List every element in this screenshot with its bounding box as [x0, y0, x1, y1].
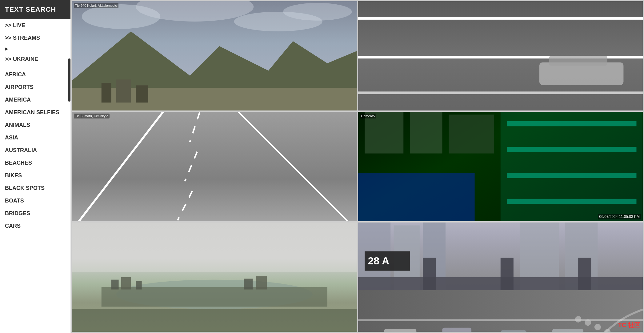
text-search-button[interactable]: TEXT SEARCH [0, 0, 70, 19]
svg-rect-57 [384, 329, 416, 332]
svg-rect-40 [136, 281, 142, 289]
svg-point-63 [594, 324, 601, 330]
camera-feed-1[interactable]: Tie 940 Kolari, Äkäslompolo [72, 1, 357, 110]
camera-grid: Tie 940 Kolari, Äkäslompolo [71, 0, 644, 333]
sidebar-divider [0, 67, 70, 67]
sidebar-item-bridges[interactable]: BRIDGES [0, 207, 70, 220]
city-scene-svg: 28 A [358, 223, 643, 332]
watermark: TC 社区 [618, 321, 640, 329]
cam-label-4: Camera5 [360, 114, 376, 118]
sidebar-item-asia[interactable]: ASIA [0, 131, 70, 144]
svg-rect-59 [500, 330, 526, 332]
svg-rect-60 [552, 329, 583, 332]
svg-rect-58 [442, 327, 471, 332]
svg-rect-42 [256, 276, 267, 289]
sidebar-item-american-selfies[interactable]: AMERICAN SELFIES [0, 106, 70, 119]
sidebar: TEXT SEARCH >> LIVE >> STREAMS ▶ >> UKRA… [0, 0, 71, 333]
svg-rect-14 [539, 62, 623, 85]
camera-feed-4[interactable]: Camera5 [358, 112, 643, 221]
camera-feed-2[interactable] [358, 1, 643, 110]
svg-rect-55 [358, 319, 643, 321]
camera-feed-5[interactable] [72, 223, 357, 332]
cam-label-3: Tie 6 Imatri, Kiminkylä [74, 114, 110, 118]
sidebar-item-streams[interactable]: >> STREAMS [0, 32, 70, 44]
coastal-scene-svg [72, 223, 357, 332]
svg-rect-13 [358, 91, 643, 94]
sidebar-item-cars[interactable]: CARS [0, 220, 70, 232]
svg-rect-35 [72, 223, 357, 272]
svg-text:28 A: 28 A [368, 255, 389, 266]
sidebar-item-airports[interactable]: AIRPORTS [0, 81, 70, 94]
sidebar-item-beaches[interactable]: BEACHES [0, 157, 70, 169]
sidebar-item-boats[interactable]: BOATS [0, 195, 70, 207]
sidebar-item-ukraine[interactable]: >> UKRAINE [0, 53, 70, 66]
cam-timestamp-4: 06/07/2024 11:05:03 PM [598, 214, 641, 219]
highway-scene-svg [358, 1, 643, 110]
cam-label-1: Tie 940 Kolari, Äkäslompolo [74, 3, 118, 8]
svg-point-61 [575, 316, 581, 323]
scrollbar-thumb[interactable] [68, 58, 70, 102]
cam-overlay-3: Tie 6 Imatri, Kiminkylä [72, 112, 357, 221]
cam-overlay-1: Tie 940 Kolari, Äkäslompolo [72, 1, 357, 110]
sidebar-arrow[interactable]: ▶ [0, 44, 70, 53]
svg-rect-11 [358, 17, 643, 19]
sidebar-item-africa[interactable]: AFRICA [0, 68, 70, 81]
camera-feed-6[interactable]: 28 A TC 社区 [358, 223, 643, 332]
sidebar-item-australia[interactable]: AUSTRALIA [0, 144, 70, 157]
sidebar-item-bikes[interactable]: BIKES [0, 169, 70, 182]
sidebar-item-black-spots[interactable]: BLACK SPOTS [0, 182, 70, 195]
svg-rect-37 [102, 287, 327, 307]
svg-rect-38 [111, 279, 119, 289]
sidebar-item-live[interactable]: >> LIVE [0, 19, 70, 32]
cam-overlay-4: Camera5 [358, 112, 643, 221]
sidebar-item-animals[interactable]: ANIMALS [0, 119, 70, 131]
svg-rect-43 [72, 309, 357, 332]
svg-rect-15 [549, 56, 607, 66]
svg-point-62 [585, 319, 591, 326]
sidebar-item-america[interactable]: AMERICA [0, 94, 70, 106]
svg-rect-41 [244, 279, 253, 289]
svg-rect-39 [121, 277, 131, 289]
camera-feed-3[interactable]: Tie 6 Imatri, Kiminkylä [72, 112, 357, 221]
